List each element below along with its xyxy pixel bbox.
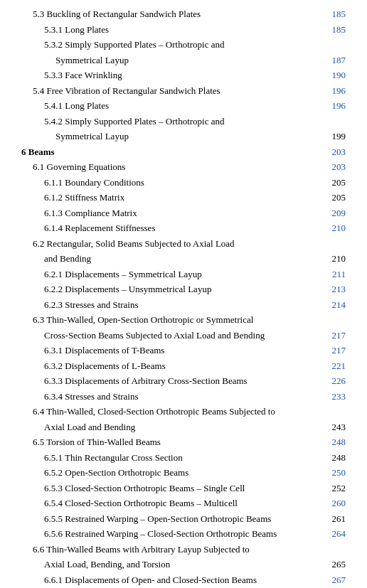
toc-container: 5.3 Buckling of Rectangular Sandwich Pla… [21, 7, 346, 588]
toc-entry: Cross-Section Beams Subjected to Axial L… [21, 328, 346, 343]
toc-entry: 6.2.3 Stresses and Strains214 [21, 298, 346, 312]
toc-entry: 6.3.1 Displacements of T-Beams217 [21, 343, 346, 358]
toc-entry: 6.5.6 Restrained Warping – Closed-Sectio… [21, 527, 346, 541]
toc-entry: 6.1 Governing Equations203 [21, 160, 346, 174]
toc-label: 6.6.1 Displacements of Open- and Closed-… [21, 573, 324, 587]
toc-entry: 6.3.4 Stresses and Strains233 [21, 390, 346, 404]
toc-entry: 6.2 Rectangular, Solid Beams Subjected t… [21, 237, 346, 251]
toc-page: 252 [324, 481, 346, 496]
toc-entry: 6.1.2 Stiffness Matrix205 [21, 191, 346, 205]
toc-page: 187 [324, 53, 346, 68]
toc-entry: 6.5.2 Open-Section Orthotropic Beams250 [21, 466, 346, 480]
toc-page: 217 [324, 328, 346, 343]
toc-label: 6.1.3 Compliance Matrix [21, 206, 324, 220]
toc-page: 226 [324, 374, 346, 388]
toc-label: Axial Load and Bending [21, 420, 324, 434]
toc-entry: 6.2.1 Displacements – Symmetrical Layup2… [21, 267, 346, 282]
toc-label: Symmetrical Layup [21, 53, 324, 68]
toc-entry: 6.4 Thin-Walled, Closed-Section Orthotro… [21, 405, 346, 419]
toc-entry: 5.4 Free Vibration of Rectangular Sandwi… [21, 84, 346, 98]
toc-label: 6.5 Torsion of Thin-Walled Beams [21, 435, 324, 449]
toc-page: 264 [324, 527, 346, 541]
toc-label: 5.3.1 Long Plates [21, 23, 324, 37]
toc-page: 199 [324, 129, 346, 144]
toc-entry: 6.1.1 Boundary Conditions205 [21, 176, 346, 190]
toc-label: 6.5.6 Restrained Warping – Closed-Sectio… [21, 527, 324, 541]
toc-label: 6.2 Rectangular, Solid Beams Subjected t… [21, 237, 324, 251]
toc-page: 190 [324, 68, 346, 82]
toc-label: 6.1 Governing Equations [21, 160, 324, 174]
toc-entry: 6.3 Thin-Walled, Open-Section Orthotropi… [21, 313, 346, 327]
toc-label: Symmetrical Layup [21, 129, 324, 144]
toc-label: 6.2.2 Displacements – Unsymmetrical Layu… [21, 282, 324, 296]
toc-entry: 6.2.2 Displacements – Unsymmetrical Layu… [21, 282, 346, 296]
toc-page: 248 [324, 435, 346, 449]
toc-page: 248 [324, 451, 346, 465]
toc-label: 6.2.1 Displacements – Symmetrical Layup [21, 267, 324, 282]
toc-page: 214 [324, 298, 346, 312]
toc-entry: 5.3.2 Simply Supported Plates – Orthotro… [21, 38, 346, 52]
toc-entry: 6.3.3 Displacements of Arbitrary Cross-S… [21, 374, 346, 388]
toc-label: 6.2.3 Stresses and Strains [21, 298, 324, 312]
toc-label: Cross-Section Beams Subjected to Axial L… [21, 328, 324, 343]
toc-entry: 6.6 Thin-Walled Beams with Arbitrary Lay… [21, 542, 346, 557]
toc-label: and Bending [21, 252, 324, 266]
toc-label: 5.4.2 Simply Supported Plates – Orthotro… [21, 114, 324, 129]
toc-page: 203 [324, 145, 346, 159]
toc-page: 210 [324, 221, 346, 235]
toc-page: 213 [324, 282, 346, 296]
toc-label: 6.3.2 Displacements of L-Beams [21, 359, 324, 373]
toc-label: 6.1.4 Replacement Stiffnesses [21, 221, 324, 235]
toc-label: 6.6 Thin-Walled Beams with Arbitrary Lay… [21, 542, 324, 557]
toc-page: 261 [324, 512, 346, 526]
toc-entry: and Bending210 [21, 252, 346, 266]
toc-entry: 5.4.1 Long Plates196 [21, 99, 346, 113]
toc-label: 6.3.3 Displacements of Arbitrary Cross-S… [21, 374, 324, 388]
toc-entry: 5.3 Buckling of Rectangular Sandwich Pla… [21, 7, 346, 21]
toc-entry: Axial Load, Bending, and Torsion265 [21, 557, 346, 572]
toc-label: Axial Load, Bending, and Torsion [21, 557, 324, 572]
toc-entry: Symmetrical Layup199 [21, 129, 346, 144]
toc-page: 260 [324, 496, 346, 511]
toc-page: 265 [324, 557, 346, 572]
toc-page: 250 [324, 466, 346, 480]
toc-label: 6.5.1 Thin Rectangular Cross Section [21, 451, 324, 465]
toc-page: 267 [324, 573, 346, 587]
toc-entry: 6.1.4 Replacement Stiffnesses210 [21, 221, 346, 235]
toc-entry: 6.6.1 Displacements of Open- and Closed-… [21, 573, 346, 587]
toc-label: 6.1.1 Boundary Conditions [21, 176, 324, 190]
toc-page: 233 [324, 390, 346, 404]
toc-label: 5.3.2 Simply Supported Plates – Orthotro… [21, 38, 324, 52]
toc-page: 205 [324, 191, 346, 205]
toc-label: 6.4 Thin-Walled, Closed-Section Orthotro… [21, 405, 324, 419]
toc-label: 6.5.2 Open-Section Orthotropic Beams [21, 466, 324, 480]
toc-label: 6.3.4 Stresses and Strains [21, 390, 324, 404]
toc-label: 6.3.1 Displacements of T-Beams [21, 343, 324, 358]
toc-entry: 6.5.4 Closed-Section Orthotropic Beams –… [21, 496, 346, 511]
toc-entry: 6.5 Torsion of Thin-Walled Beams248 [21, 435, 346, 449]
toc-entry: 5.3.1 Long Plates185 [21, 23, 346, 37]
toc-label: 6.5.5 Restrained Warping – Open-Section … [21, 512, 324, 526]
toc-entry: 6.5.1 Thin Rectangular Cross Section248 [21, 451, 346, 465]
toc-page: 217 [324, 343, 346, 358]
toc-label: 6 Beams [21, 145, 324, 159]
toc-page: 196 [324, 84, 346, 98]
toc-page: 210 [324, 252, 346, 266]
toc-label: 6.1.2 Stiffness Matrix [21, 191, 324, 205]
toc-page: 205 [324, 176, 346, 190]
toc-entry: Symmetrical Layup187 [21, 53, 346, 68]
toc-page: 243 [324, 420, 346, 434]
toc-page: 185 [324, 7, 346, 21]
toc-entry: Axial Load and Bending243 [21, 420, 346, 434]
toc-entry: 6.3.2 Displacements of L-Beams221 [21, 359, 346, 373]
toc-entry: 6 Beams203 [21, 145, 346, 159]
toc-page: 196 [324, 99, 346, 113]
toc-label: 5.4 Free Vibration of Rectangular Sandwi… [21, 84, 324, 98]
toc-page: 209 [324, 206, 346, 220]
toc-page: 221 [324, 359, 346, 373]
toc-label: 6.5.4 Closed-Section Orthotropic Beams –… [21, 496, 324, 511]
toc-label: 6.3 Thin-Walled, Open-Section Orthotropi… [21, 313, 324, 327]
toc-page: 185 [324, 23, 346, 37]
toc-label: 5.3.3 Face Wrinkling [21, 68, 324, 82]
toc-entry: 6.1.3 Compliance Matrix209 [21, 206, 346, 220]
